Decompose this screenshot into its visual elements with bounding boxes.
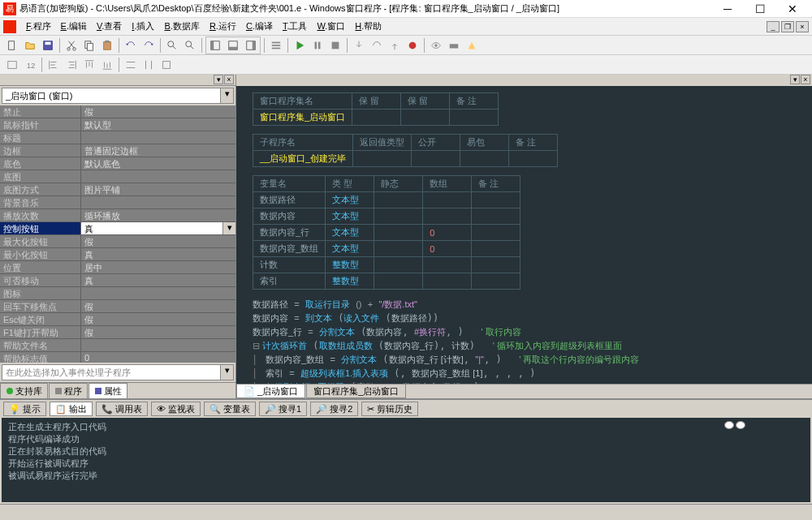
menu-r[interactable]: R.运行 [205,19,241,34]
find-next-button[interactable] [181,37,199,54]
mdi-restore-button[interactable]: ❐ [781,21,794,32]
new-button[interactable] [3,37,21,54]
property-value[interactable]: 真 [81,274,235,286]
editor-tab-assembly[interactable]: 窗口程序集_启动窗口 [306,385,406,398]
property-row[interactable]: 图标 [0,287,235,300]
property-value[interactable]: 真 [81,248,235,260]
property-row[interactable]: 底图 [0,170,235,183]
mdi-minimize-button[interactable]: _ [767,21,780,32]
output-content[interactable]: 正在生成主程序入口代码程序代码编译成功正在封装易格式目的代码开始运行被调试程序被… [2,418,810,502]
property-value[interactable]: 默认型 [81,118,235,131]
minimize-button[interactable]: ─ [711,0,744,18]
property-value[interactable] [81,339,235,351]
property-value[interactable]: 循环播放 [81,209,235,221]
property-row[interactable]: 帮助文件名 [0,339,235,352]
property-row[interactable]: F1键打开帮助假 [0,326,235,339]
menu-h[interactable]: H.帮助 [350,19,387,34]
tab-properties[interactable]: 属性 [89,383,127,398]
pause-button[interactable] [309,37,326,54]
watch-button[interactable] [427,37,445,54]
property-value[interactable]: 真 [81,222,222,234]
property-row[interactable]: 可否移动真 [0,274,235,287]
panel-toggle-3[interactable] [242,37,260,54]
menu-v[interactable]: V.查看 [92,19,127,34]
code-editor[interactable]: 窗口程序集名保 留保 留备 注 窗口程序集_启动窗口 子程序名返回值类型公开易包… [236,86,812,384]
undo-button[interactable] [122,37,140,54]
tab-order-button[interactable]: 12 [21,57,39,73]
output-tab-0[interactable]: 💡 提示 [3,402,46,416]
property-row[interactable]: 播放次数循环播放 [0,209,235,222]
property-row[interactable]: 禁止假 [0,105,235,118]
property-row[interactable]: 背景音乐 [0,196,235,209]
output-tab-4[interactable]: 🔍 变量表 [204,402,256,416]
property-row[interactable]: 标题 [0,131,235,144]
find-button[interactable] [163,37,181,54]
property-row[interactable]: 鼠标指针默认型 [0,118,235,131]
property-value[interactable]: 假 [81,326,235,338]
property-grid[interactable]: 禁止假鼠标指针默认型标题边框普通固定边框底色默认底色底图底图方式图片平铺背景音乐… [0,105,235,363]
paste-button[interactable] [98,37,116,54]
property-row[interactable]: Esc键关闭假 [0,313,235,326]
step-into-button[interactable] [350,37,368,54]
mdi-close-button[interactable]: × [796,21,809,32]
property-value[interactable]: 假 [81,300,235,312]
open-button[interactable] [21,37,39,54]
cut-button[interactable] [63,37,80,54]
property-row[interactable]: 最大化按钮假 [0,235,235,248]
property-value[interactable] [81,131,235,144]
save-button[interactable] [39,37,57,54]
property-row[interactable]: 帮助标志值0 [0,352,235,363]
step-over-button[interactable] [368,37,386,54]
panel-toggle-2[interactable] [224,37,242,54]
align-top-button[interactable] [80,57,98,73]
property-row[interactable]: 最小化按钮真 [0,248,235,261]
property-row[interactable]: 底图方式图片平铺 [0,183,235,196]
step-out-button[interactable] [386,37,404,54]
breakpoint-button[interactable] [404,37,421,54]
output-tab-3[interactable]: 👁 监视表 [151,402,201,416]
menu-f[interactable]: F.程序 [21,19,56,34]
dropdown-icon[interactable]: ▾ [220,88,233,103]
same-size-button[interactable] [158,57,175,73]
event-selector[interactable]: 在此处选择加入事件处理子程序 ▾ [2,364,234,380]
property-value[interactable]: 普通固定边框 [81,144,235,157]
menu-e[interactable]: E.编辑 [56,19,92,34]
output-tab-6[interactable]: 🔎 搜寻2 [310,402,358,416]
same-height-button[interactable] [140,57,158,73]
output-tab-2[interactable]: 📞 调用表 [96,402,148,416]
property-value[interactable]: 默认底色 [81,157,235,170]
property-row[interactable]: 回车下移焦点假 [0,300,235,313]
close-button[interactable]: ✕ [776,0,809,18]
property-value[interactable] [81,287,235,299]
editor-float-button[interactable]: ▾ [790,75,800,84]
copy-button[interactable] [80,37,98,54]
tab-support-lib[interactable]: 支持库 [0,383,48,398]
panel-toggle-1[interactable] [206,37,224,54]
property-value[interactable]: 假 [81,235,235,247]
align-left-button[interactable] [45,57,63,73]
menu-b[interactable]: B.数据库 [159,19,204,34]
property-value[interactable]: 假 [81,313,235,325]
panel-close-button[interactable]: × [224,75,234,84]
editor-tab-window[interactable]: 📄 _启动窗口 [236,385,305,398]
bookmark-button[interactable] [267,37,285,54]
property-row[interactable]: 位置居中 [0,261,235,274]
run-button[interactable] [291,37,309,54]
output-tab-1[interactable]: 📋 输出 [50,402,93,416]
maximize-button[interactable]: ☐ [744,0,776,18]
property-value[interactable]: 0 [81,352,235,363]
property-row[interactable]: 控制按钮真▾ [0,222,235,235]
dropdown-icon[interactable]: ▾ [220,365,233,380]
property-value[interactable] [81,170,235,183]
preview-button[interactable] [3,57,21,73]
menu-c[interactable]: C.编译 [241,19,278,34]
menu-w[interactable]: W.窗口 [312,19,350,34]
property-value[interactable]: 假 [81,105,235,118]
editor-close-button[interactable]: × [801,75,810,84]
dropdown-icon[interactable]: ▾ [222,222,235,234]
property-value[interactable]: 居中 [81,261,235,273]
property-row[interactable]: 底色默认底色 [0,157,235,170]
align-bottom-button[interactable] [98,57,116,73]
compile-button[interactable] [445,37,463,54]
build-button[interactable] [463,37,481,54]
